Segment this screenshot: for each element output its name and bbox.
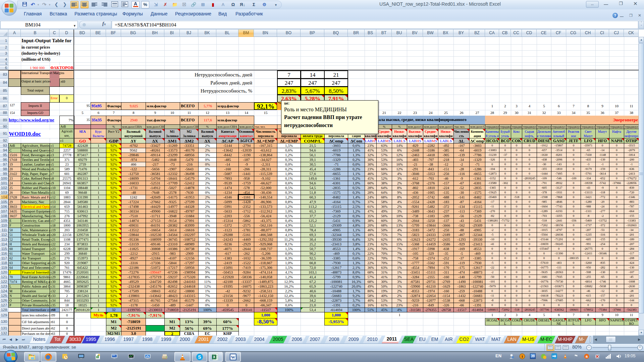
svg-text:S: S — [198, 354, 201, 360]
svg-text:W: W — [231, 355, 235, 360]
svg-text:X: X — [213, 355, 216, 359]
svg-text:i: i — [522, 354, 523, 358]
svg-text:a: a — [586, 354, 588, 358]
